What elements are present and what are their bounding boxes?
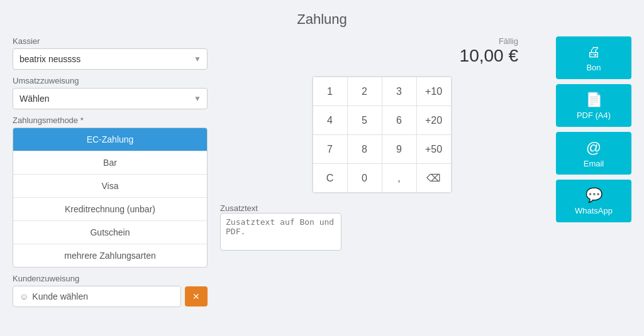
payment-method-mehrere[interactable]: mehrere Zahlungsarten — [13, 244, 207, 267]
customer-section: ☺ Kunde wählen ✕ — [13, 286, 208, 307]
payment-method-bar[interactable]: Bar — [13, 151, 207, 175]
numpad-key-1[interactable]: 1 — [313, 77, 347, 106]
email-label: Email — [584, 159, 604, 168]
kundenzuweisung-field: Kundenzuweisung ☺ Kunde wählen ✕ — [13, 274, 208, 307]
due-label: Fällig — [460, 36, 518, 46]
zusatztext-label: Zusatztext — [220, 203, 341, 213]
printer-icon: 🖨 — [587, 44, 601, 60]
pdf-button[interactable]: 📄 PDF (A4) — [556, 84, 631, 127]
zusatztext-input[interactable] — [220, 213, 341, 251]
numpad-key-comma[interactable]: , — [382, 164, 416, 193]
numpad-row-2: 4 5 6 +20 — [313, 106, 451, 135]
numpad-key-0[interactable]: 0 — [347, 164, 382, 193]
page-title: Zahlung — [0, 0, 644, 36]
numpad-key-clear[interactable]: C — [313, 164, 347, 193]
umsatzzuweisung-select-wrapper: Wählen ▼ — [13, 88, 208, 109]
zahlungsmethode-label: Zahlungsmethode * — [13, 116, 208, 125]
kassier-select-wrapper: beatrix neussss ▼ — [13, 48, 208, 70]
payment-method-kredit[interactable]: Kreditrechnung (unbar) — [13, 198, 207, 221]
numpad-key-4[interactable]: 4 — [313, 106, 347, 135]
kassier-field: Kassier beatrix neussss ▼ — [13, 36, 208, 70]
numpad-key-backspace[interactable]: ⌫ — [416, 164, 451, 193]
numpad-key-plus20[interactable]: +20 — [416, 106, 451, 135]
email-button[interactable]: @ Email — [556, 132, 631, 175]
due-section: Fällig 10,00 € — [460, 36, 525, 66]
kassier-label: Kassier — [13, 36, 208, 46]
numpad-row-1: 1 2 3 +10 — [313, 77, 451, 106]
kunde-input-display[interactable]: ☺ Kunde wählen — [13, 286, 181, 307]
numpad-key-3[interactable]: 3 — [382, 77, 416, 106]
numpad-key-6[interactable]: 6 — [382, 106, 416, 135]
numpad-key-5[interactable]: 5 — [347, 106, 382, 135]
numpad-key-plus50[interactable]: +50 — [416, 135, 451, 164]
right-panel: 🖨 Bon 📄 PDF (A4) @ Email 💬 WhatsApp — [556, 36, 631, 307]
pdf-icon: 📄 — [586, 92, 602, 108]
middle-panel: Fällig 10,00 € 1 2 3 +10 4 5 6 +20 7 — [220, 36, 543, 307]
bon-button[interactable]: 🖨 Bon — [556, 36, 631, 79]
numpad-key-2[interactable]: 2 — [347, 77, 382, 106]
whatsapp-label: WhatsApp — [575, 206, 613, 215]
pdf-label: PDF (A4) — [577, 111, 611, 120]
payment-method-gutschein[interactable]: Gutschein — [13, 221, 207, 244]
left-panel: Kassier beatrix neussss ▼ Umsatzzuweisun… — [13, 36, 208, 307]
umsatzzuweisung-label: Umsatzzuweisung — [13, 76, 208, 85]
numpad-row-4: C 0 , ⌫ — [313, 164, 451, 193]
whatsapp-button[interactable]: 💬 WhatsApp — [556, 180, 631, 222]
payment-methods-list: EC-Zahlung Bar Visa Kreditrechnung (unba… — [13, 127, 208, 268]
user-icon: ☺ — [19, 291, 28, 301]
zahlungsmethode-field: Zahlungsmethode * EC-Zahlung Bar Visa Kr… — [13, 116, 208, 268]
separator-3 — [556, 176, 631, 178]
separator-2 — [556, 129, 631, 130]
kassier-select[interactable]: beatrix neussss — [13, 48, 208, 70]
separator-1 — [556, 81, 631, 82]
umsatzzuweisung-field: Umsatzzuweisung Wählen ▼ — [13, 76, 208, 109]
bon-label: Bon — [586, 63, 601, 72]
numpad-key-8[interactable]: 8 — [347, 135, 382, 164]
kunde-placeholder: Kunde wählen — [32, 291, 88, 301]
numpad-table: 1 2 3 +10 4 5 6 +20 7 8 9 +50 — [313, 77, 452, 193]
kundenzuweisung-label: Kundenzuweisung — [13, 274, 208, 283]
due-amount: 10,00 € — [460, 46, 518, 66]
numpad-key-9[interactable]: 9 — [382, 135, 416, 164]
payment-method-visa[interactable]: Visa — [13, 175, 207, 198]
email-icon: @ — [586, 139, 601, 156]
whatsapp-icon: 💬 — [586, 187, 602, 203]
numpad-key-7[interactable]: 7 — [313, 135, 347, 164]
umsatzzuweisung-select[interactable]: Wählen — [13, 88, 208, 109]
numpad-row-3: 7 8 9 +50 — [313, 135, 451, 164]
zusatztext-section: Zusatztext — [220, 203, 341, 252]
remove-kunde-button[interactable]: ✕ — [185, 286, 208, 306]
numpad-key-plus10[interactable]: +10 — [416, 77, 451, 106]
numpad: 1 2 3 +10 4 5 6 +20 7 8 9 +50 — [312, 76, 452, 193]
payment-method-ec[interactable]: EC-Zahlung — [13, 128, 207, 151]
